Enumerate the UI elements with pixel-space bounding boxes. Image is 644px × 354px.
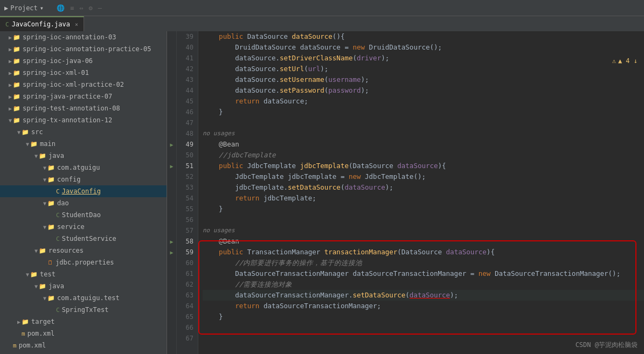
ln-65: 65 <box>181 311 193 322</box>
code-line-54: return jdbcTemplate; <box>203 193 644 204</box>
gutter-line-47 <box>167 117 176 128</box>
folder-icon: 📁 <box>47 295 55 302</box>
gutter-line-67 <box>167 333 176 344</box>
xml-file-icon: m <box>22 330 25 337</box>
code-line-43: dataSource.setUsername(username); <box>203 74 644 85</box>
arrow-down-icon: ▼ <box>17 129 20 135</box>
sidebar-item-java[interactable]: ▼ 📁 java <box>0 150 167 162</box>
class-file-icon: C <box>56 235 60 242</box>
sidebar-item-external-libraries[interactable]: ▶ 📚 External Libraries <box>0 351 167 354</box>
sidebar-item-studentservice[interactable]: ▶ C StudentService <box>0 233 167 245</box>
tree-label: StudentDao <box>62 211 101 219</box>
arrow-icon: ▶ <box>9 46 12 52</box>
sidebar-item-spring-ioc-annotation-practice-05[interactable]: ▶ 📁 spring-ioc-annotation-practice-05 <box>0 43 167 55</box>
gutter-line-51: ▶ <box>167 161 176 171</box>
sidebar-item-spring-tx-annotation-12[interactable]: ▼ 📁 spring-tx-annotation-12 <box>0 114 167 126</box>
folder-icon: 📁 <box>47 224 55 231</box>
code-line-52: JdbcTemplate jdbcTemplate = new JdbcTemp… <box>203 171 644 182</box>
tab-filename: JavaConfig.java <box>12 20 70 28</box>
active-tab[interactable]: C JavaConfig.java × <box>0 16 84 31</box>
gutter-line-55 <box>167 204 176 214</box>
sidebar-item-spring-ioc-xml-practice-02[interactable]: ▶ 📁 spring-ioc-xml-practice-02 <box>0 79 167 91</box>
gutter-line-57 <box>167 225 176 236</box>
folder-icon: 📁 <box>39 152 46 159</box>
no-usages-label-58: no usages <box>203 225 235 236</box>
arrow-down-icon: ▼ <box>43 295 46 301</box>
sidebar-item-test[interactable]: ▼ 📁 test <box>0 268 167 280</box>
xml-file-icon: m <box>13 342 17 349</box>
sidebar-item-springtxtest[interactable]: ▶ C SpringTxTest <box>0 304 167 316</box>
sidebar-item-resources[interactable]: ▼ 📁 resources <box>0 245 167 256</box>
project-header: ▶ Project ▾ 🌐 ≡ ⇔ ⚙ — <box>4 4 102 12</box>
sidebar-item-spring-ioc-xml-01[interactable]: ▶ 📁 spring-ioc-xml-01 <box>0 67 167 79</box>
folder-icon: 📁 <box>13 81 20 88</box>
gutter-line-66 <box>167 322 176 333</box>
sidebar-item-studentdao[interactable]: ▶ C StudentDao <box>0 209 167 221</box>
code-line-65: } <box>203 311 644 322</box>
ln-66: 66 <box>181 322 193 333</box>
code-line-48: no usages <box>203 128 644 139</box>
tree-label: spring-ioc-xml-01 <box>23 69 89 77</box>
sidebar-item-src[interactable]: ▼ 📁 src <box>0 126 167 138</box>
sidebar-item-com-atguigu-test[interactable]: ▼ 📁 com.atguigu.test <box>0 292 167 304</box>
project-label[interactable]: Project <box>10 4 38 12</box>
gutter-line-62 <box>167 279 176 290</box>
sidebar-item-pom-xml-1[interactable]: ▶ m pom.xml <box>0 328 167 339</box>
sidebar-item-java-test[interactable]: ▼ 📁 java <box>0 280 167 292</box>
tree-label: spring-ioc-annotation-practice-05 <box>23 45 151 53</box>
arrow-down-icon: ▼ <box>34 153 38 159</box>
ln-64: 64 <box>181 301 193 311</box>
sidebar-item-target[interactable]: ▶ 📁 target <box>0 316 167 328</box>
tree-label: java <box>49 152 64 159</box>
gutter-line-49: ▶ <box>167 139 176 150</box>
sidebar-item-dao[interactable]: ▼ 📁 dao <box>0 197 167 209</box>
sidebar-item-main[interactable]: ▼ 📁 main <box>0 138 167 150</box>
code-content: ▶ ▶ ▶ ▶ 39 <box>167 31 644 354</box>
arrow-icon: ▶ <box>9 94 12 100</box>
gutter-line-60 <box>167 258 176 268</box>
tree-label: com.atguigu.test <box>57 294 120 302</box>
gutter-line-61 <box>167 268 176 279</box>
sidebar-item-pom-xml-2[interactable]: ▶ m pom.xml <box>0 339 167 351</box>
tree-label: spring-ioc-annotation-03 <box>23 33 116 41</box>
ln-53: 53 <box>181 182 193 193</box>
folder-icon: 📁 <box>47 164 55 171</box>
code-line-42: dataSource.setUrl(url); <box>203 64 644 74</box>
sidebar-item-spring-ioc-java-06[interactable]: ▶ 📁 spring-ioc-java-06 <box>0 55 167 67</box>
code-lines-container: public DataSource dataSource(){ DruidDat… <box>198 31 644 354</box>
sidebar-item-com-atguigu[interactable]: ▼ 📁 com.atguigu <box>0 162 167 173</box>
sidebar-item-spring-java-practice-07[interactable]: ▶ 📁 spring-java-practice-07 <box>0 91 167 102</box>
tab-close-button[interactable]: × <box>75 22 78 27</box>
tree-label: spring-java-practice-07 <box>23 93 112 100</box>
tree-label: pom.xml <box>19 342 46 349</box>
gutter-line-54 <box>167 193 176 204</box>
ln-42: 42 <box>181 64 193 74</box>
gutter-line-44 <box>167 85 176 96</box>
arrow-down-icon: ▼ <box>43 177 46 183</box>
ln-62: 62 <box>181 279 193 290</box>
gutter-line-48 <box>167 128 176 139</box>
project-dropdown-icon[interactable]: ▾ <box>40 4 44 12</box>
sidebar-item-jdbc-properties[interactable]: ▶ 🗒 jdbc.properties <box>0 256 167 268</box>
sidebar-item-spring-test-annotation-08[interactable]: ▶ 📁 spring-test-annotation-08 <box>0 102 167 114</box>
ln-52: 52 <box>181 171 193 182</box>
sidebar-item-spring-ioc-annotation-03[interactable]: ▶ 📁 spring-ioc-annotation-03 <box>0 31 167 43</box>
main-layout: ▶ 📁 spring-ioc-annotation-03 ▶ 📁 spring-… <box>0 31 644 354</box>
code-gutter: ▶ ▶ ▶ ▶ <box>167 31 177 354</box>
tree-label: dao <box>57 199 69 207</box>
arrow-icon: ▶ <box>9 70 12 76</box>
gutter-line-50 <box>167 150 176 161</box>
arrow-icon: ▶ <box>9 34 12 40</box>
gutter-line-52 <box>167 171 176 182</box>
gutter-line-59: ▶ <box>167 247 176 258</box>
gutter-line-58: ▶ <box>167 236 176 247</box>
folder-icon: 📁 <box>13 46 20 53</box>
code-line-51: public JdbcTemplate jdbcTemplate(DataSou… <box>203 161 644 171</box>
sidebar-item-javaconfig[interactable]: ▶ C JavaConfig <box>0 185 167 197</box>
arrow-down-icon: ▼ <box>43 165 46 171</box>
sidebar-item-config[interactable]: ▼ 📁 config <box>0 173 167 185</box>
sidebar-item-service[interactable]: ▼ 📁 service <box>0 221 167 233</box>
ln-43: 43 <box>181 74 193 85</box>
arrow-down-icon: ▼ <box>34 248 38 254</box>
gutter-line-53 <box>167 182 176 193</box>
